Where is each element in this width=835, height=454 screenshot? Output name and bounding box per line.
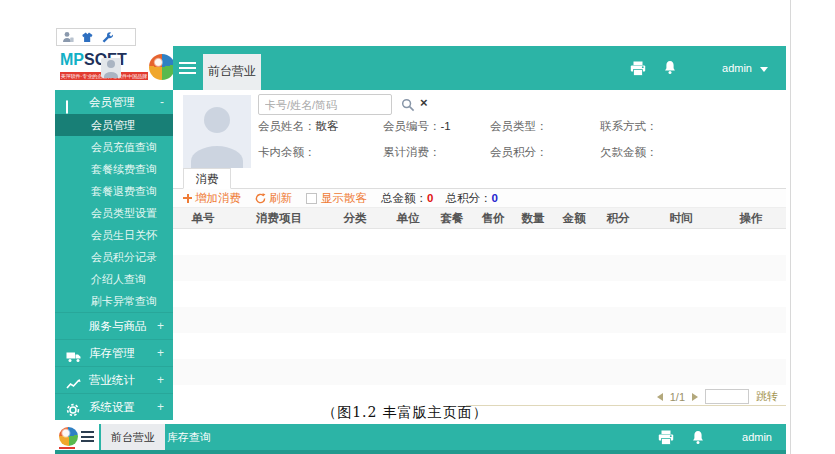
clear-icon[interactable]: × [420, 95, 428, 110]
avatar[interactable] [101, 58, 121, 78]
debt-amount-field: 欠款金额： [600, 145, 658, 160]
bottom-edge-strip [55, 450, 786, 454]
print-icon[interactable] [630, 61, 646, 77]
table-empty-row [173, 307, 786, 333]
total-points: 总积分：0 [445, 191, 497, 206]
expand-toggle[interactable]: + [157, 367, 164, 394]
table-header: 单号 消费项目 分类 单位 套餐 售价 数量 金额 积分 时间 操作 [173, 208, 786, 229]
sidebar-item-member-type[interactable]: 会员类型设置 [55, 202, 173, 224]
person-icon[interactable] [62, 31, 74, 43]
search-input[interactable] [258, 94, 392, 115]
tab-inventory-query[interactable]: 库存查询 [157, 424, 221, 450]
refresh-button[interactable]: 刷新 [255, 191, 292, 206]
total-consumption-field: 累计消费： [383, 145, 441, 160]
chart-line-icon [66, 373, 82, 387]
show-walkin-toggle[interactable]: 显示散客 [306, 191, 367, 206]
figure-caption: （图1.2 丰富版主页面） [0, 404, 810, 422]
sidebar-item-recharge-query[interactable]: 会员充值查询 [55, 136, 173, 158]
show-walkin-checkbox[interactable] [306, 193, 317, 204]
table-body [173, 229, 786, 386]
print-icon[interactable] [658, 430, 674, 446]
sidebar-item-member-manage[interactable]: 会员管理 [55, 114, 173, 136]
page-border [790, 0, 791, 454]
user-name[interactable]: admin [742, 431, 772, 443]
bottom-app-bar: 前台营业 库存查询 admin [55, 424, 786, 454]
tab-front-desk[interactable]: 前台营业 [203, 54, 261, 90]
sidebar-item-package-renew-query[interactable]: 套餐续费查询 [55, 158, 173, 180]
table-empty-row [173, 281, 786, 307]
page-indicator: 1/1 [670, 391, 685, 403]
app-window: MPSOFT 美萍软件·专业的企业管理软件中国品牌 前台营业 admin 会员管… [55, 46, 786, 420]
sidebar-group-label: 会员管理 [89, 96, 135, 108]
contact-field: 联系方式： [600, 119, 658, 134]
sidebar-group-services-goods[interactable]: 服务与商品 + [55, 312, 173, 339]
bell-icon[interactable] [662, 60, 678, 76]
total-amount: 总金额：0 [381, 191, 433, 206]
sidebar-item-points-record[interactable]: 会员积分记录 [55, 246, 173, 268]
sidebar-group-business-stats[interactable]: 营业统计 + [55, 366, 173, 393]
table-empty-row [173, 333, 786, 359]
consumption-toolbar: 增加消费 刷新 显示散客 总金额：0 总积分：0 [173, 189, 786, 208]
sidebar: 会员管理 - 会员管理 会员充值查询 套餐续费查询 套餐退费查询 会员类型设置 … [55, 90, 173, 420]
col-order-no[interactable]: 单号 [173, 211, 233, 226]
col-operation[interactable]: 操作 [721, 211, 781, 226]
card-balance-field: 卡内余额： [258, 145, 316, 160]
menu-hamburger-icon[interactable] [179, 62, 196, 74]
jump-page-link[interactable]: 跳转 [756, 389, 778, 404]
tshirt-icon[interactable] [81, 31, 94, 43]
main-content: × 会员姓名：散客 会员编号：-1 会员类型： 联系方式： 卡内余额： 累计消费… [173, 90, 786, 420]
col-quantity[interactable]: 数量 [513, 211, 553, 226]
refresh-icon [255, 193, 266, 204]
sidebar-item-card-exception-query[interactable]: 刷卡异常查询 [55, 290, 173, 312]
topbar: 前台营业 admin [173, 46, 786, 90]
expand-toggle[interactable]: + [157, 340, 164, 367]
table-empty-row [173, 255, 786, 281]
truck-icon [66, 346, 82, 360]
col-package[interactable]: 套餐 [431, 211, 473, 226]
col-category[interactable]: 分类 [325, 211, 385, 226]
sidebar-group-members[interactable]: 会员管理 - [55, 90, 173, 114]
user-name[interactable]: admin [722, 62, 752, 74]
logo-mp: MP [60, 51, 84, 68]
tab-strip: 消费 [173, 168, 786, 189]
table-empty-row [173, 359, 786, 385]
credit-card-icon [66, 95, 82, 109]
member-type-field: 会员类型： [490, 119, 548, 134]
table-empty-row [173, 229, 786, 255]
add-consumption-button[interactable]: 增加消费 [183, 191, 241, 206]
col-unit[interactable]: 单位 [385, 211, 431, 226]
search-icon[interactable] [401, 98, 415, 112]
col-time[interactable]: 时间 [641, 211, 721, 226]
sidebar-item-birthday-care[interactable]: 会员生日关怀 [55, 224, 173, 246]
tab-front-desk[interactable]: 前台营业 [101, 424, 165, 450]
wrench-icon[interactable] [101, 31, 113, 43]
member-photo-placeholder [183, 95, 251, 168]
sidebar-item-introducer-query[interactable]: 介绍人查询 [55, 268, 173, 290]
col-item[interactable]: 消费项目 [233, 211, 325, 226]
collapse-toggle[interactable]: - [160, 90, 164, 114]
col-amount[interactable]: 金额 [553, 211, 595, 226]
sidebar-group-label: 库存管理 [89, 347, 135, 359]
jump-page-input[interactable] [705, 389, 749, 404]
page: MPSOFT 美萍软件·专业的企业管理软件中国品牌 前台营业 admin 会员管… [0, 0, 835, 454]
tab-consumption[interactable]: 消费 [183, 168, 231, 189]
bell-icon[interactable] [690, 430, 706, 446]
chevron-down-icon[interactable] [760, 67, 768, 72]
list-icon [66, 319, 82, 333]
logo-sphere-icon [149, 54, 175, 80]
col-price[interactable]: 售价 [473, 211, 513, 226]
member-points-field: 会员积分： [490, 145, 548, 160]
expand-toggle[interactable]: + [157, 313, 164, 340]
sidebar-group-label: 服务与商品 [89, 320, 147, 332]
member-id-field: 会员编号：-1 [383, 119, 451, 134]
sidebar-group-inventory[interactable]: 库存管理 + [55, 339, 173, 366]
sidebar-item-package-refund-query[interactable]: 套餐退费查询 [55, 180, 173, 202]
next-page-icon[interactable] [692, 393, 698, 401]
logo-redbar [59, 447, 75, 449]
prev-page-icon[interactable] [657, 393, 663, 401]
quick-toolbar [56, 28, 136, 46]
plus-icon [183, 194, 192, 203]
logo-sphere-icon [59, 427, 78, 446]
col-points[interactable]: 积分 [595, 211, 641, 226]
menu-hamburger-icon[interactable] [81, 431, 94, 442]
